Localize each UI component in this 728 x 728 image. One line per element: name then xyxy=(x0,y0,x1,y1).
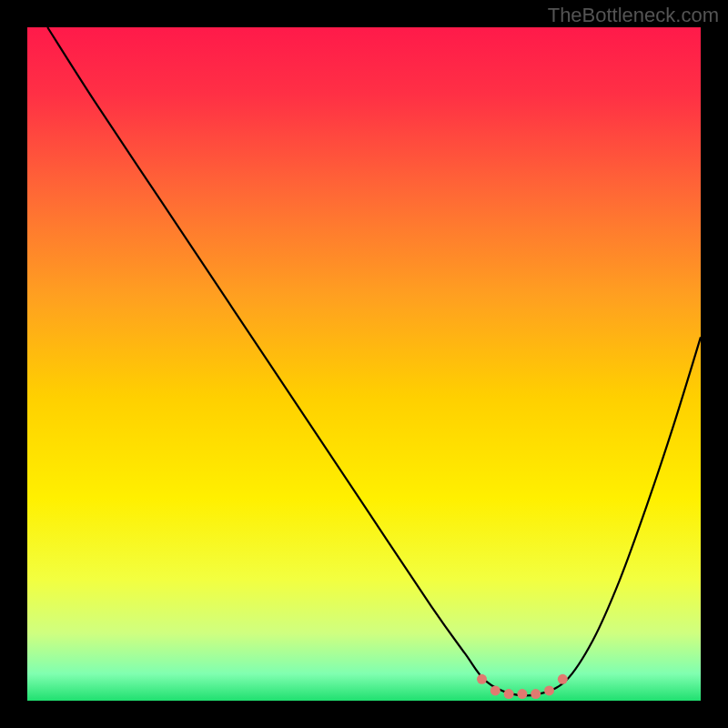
marker-dot xyxy=(490,685,500,695)
marker-dot xyxy=(477,674,487,684)
heatmap-background xyxy=(27,27,701,701)
marker-dot xyxy=(558,674,568,684)
plot-frame xyxy=(0,0,27,728)
plot-frame xyxy=(0,701,728,728)
bottleneck-chart xyxy=(0,0,728,728)
marker-dot xyxy=(504,689,514,699)
marker-dot xyxy=(531,689,541,699)
plot-frame xyxy=(701,0,728,728)
watermark-text: TheBottleneck.com xyxy=(548,4,719,27)
marker-dot xyxy=(544,685,554,695)
marker-dot xyxy=(517,689,527,699)
